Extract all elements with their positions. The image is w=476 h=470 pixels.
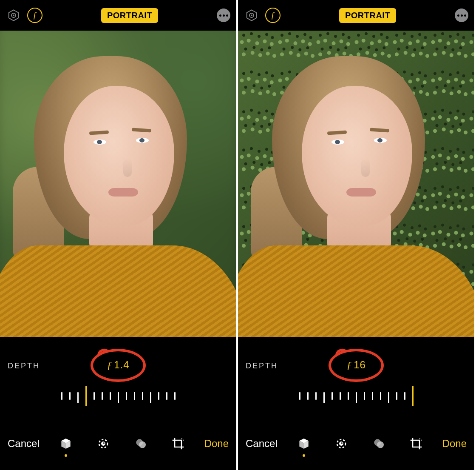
cancel-button[interactable]: Cancel xyxy=(246,438,278,450)
portrait-lighting-button[interactable] xyxy=(6,8,21,23)
filters-circles-icon xyxy=(134,437,147,450)
more-button[interactable] xyxy=(455,9,468,22)
depth-fstop-button[interactable]: ƒ xyxy=(27,8,42,23)
depth-label: DEPTH xyxy=(246,362,278,370)
hexagon-icon xyxy=(7,9,20,22)
editor-pane-left: ƒ PORTRAIT DEPTH ƒ1.4 xyxy=(0,0,238,470)
svg-point-7 xyxy=(101,442,105,446)
top-bar: ƒ PORTRAIT xyxy=(238,0,474,31)
depth-control-section: DEPTH ƒ16 xyxy=(238,337,474,422)
top-left-controls: ƒ xyxy=(6,8,42,23)
more-button[interactable] xyxy=(217,9,230,22)
filters-tab[interactable] xyxy=(133,436,149,452)
depth-f-value: ƒ16 xyxy=(346,359,366,371)
svg-point-21 xyxy=(377,442,384,448)
mode-badge[interactable]: PORTRAIT xyxy=(101,8,158,23)
adjust-tab[interactable] xyxy=(333,436,349,452)
top-bar: ƒ PORTRAIT xyxy=(0,0,236,31)
editor-pane-right: ƒ PORTRAIT DEPTH ƒ16 xyxy=(238,0,476,470)
depth-slider[interactable] xyxy=(50,392,186,409)
svg-point-18 xyxy=(339,442,343,446)
f-char: ƒ xyxy=(107,359,112,370)
adjust-dial-icon xyxy=(96,436,110,451)
cancel-button[interactable]: Cancel xyxy=(8,438,40,450)
ellipsis-icon xyxy=(219,14,221,17)
svg-point-13 xyxy=(251,14,252,16)
filters-tab[interactable] xyxy=(371,436,387,452)
adjust-tab[interactable] xyxy=(95,436,111,452)
done-button[interactable]: Done xyxy=(442,438,467,450)
active-tab-indicator xyxy=(65,454,67,457)
depth-slider[interactable] xyxy=(288,392,424,409)
depth-label: DEPTH xyxy=(8,362,40,370)
photo-preview[interactable] xyxy=(0,31,236,337)
crop-rotate-icon xyxy=(171,437,185,450)
svg-point-10 xyxy=(139,442,146,448)
edit-mode-tabs xyxy=(58,436,186,452)
top-left-controls: ƒ xyxy=(244,8,280,23)
depth-control-section: DEPTH ƒ1.4 xyxy=(0,337,236,422)
photo-preview[interactable] xyxy=(238,31,474,337)
svg-point-19 xyxy=(341,442,342,444)
photo-subject xyxy=(238,31,474,337)
adjust-dial-icon xyxy=(334,436,348,451)
edit-mode-tabs xyxy=(296,436,424,452)
depth-slider-cursor[interactable] xyxy=(412,386,414,406)
photo-subject xyxy=(0,31,236,337)
crop-rotate-icon xyxy=(409,437,423,450)
done-button[interactable]: Done xyxy=(204,438,229,450)
depth-slider-cursor[interactable] xyxy=(85,386,87,406)
filters-circles-icon xyxy=(372,437,385,450)
ellipsis-icon xyxy=(457,14,459,17)
portrait-cube-icon xyxy=(59,437,73,450)
fstop-icon: ƒ xyxy=(33,11,37,20)
bottom-toolbar: Cancel xyxy=(0,422,236,469)
depth-f-value: ƒ1.4 xyxy=(107,359,129,371)
hexagon-icon xyxy=(245,9,258,22)
portrait-tab[interactable] xyxy=(296,436,312,452)
portrait-tab[interactable] xyxy=(58,436,74,452)
portrait-lighting-button[interactable] xyxy=(244,8,259,23)
depth-fstop-button[interactable]: ƒ xyxy=(265,8,280,23)
mode-badge[interactable]: PORTRAIT xyxy=(339,8,396,23)
svg-point-8 xyxy=(103,442,104,444)
portrait-cube-icon xyxy=(297,437,311,450)
crop-tab[interactable] xyxy=(408,436,424,452)
fstop-icon: ƒ xyxy=(271,11,275,20)
f-char: ƒ xyxy=(346,359,352,370)
active-tab-indicator xyxy=(303,454,305,457)
svg-point-2 xyxy=(13,14,14,16)
crop-tab[interactable] xyxy=(170,436,186,452)
bottom-toolbar: Cancel xyxy=(238,422,474,469)
